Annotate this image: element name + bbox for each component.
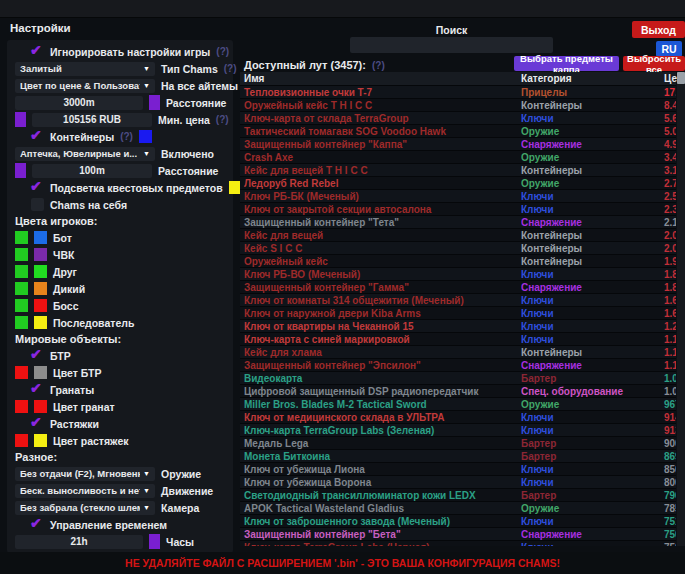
loot-distance-color-swatch[interactable]	[149, 95, 160, 110]
table-row[interactable]: Crash AxeОружие3.40kk	[240, 151, 676, 164]
select-kappa-items-button[interactable]: Выбрать предметы каппа	[514, 56, 619, 71]
btr-color-swatch[interactable]	[34, 366, 47, 379]
item-price: 1.00kk	[664, 386, 676, 397]
table-row[interactable]: Кейс для вещейКонтейнеры2.08kk	[240, 229, 676, 242]
tripwire-color-swatch[interactable]	[34, 434, 47, 447]
player-color-label: Дикий	[53, 283, 85, 295]
player-visible-color-swatch[interactable]	[15, 316, 28, 329]
containers-filter-dropdown[interactable]: Аптечка, Ювелирные и... ▼	[15, 147, 155, 161]
table-row[interactable]: Ключ от квартиры на Чеканной 15Ключи1.29…	[240, 320, 676, 333]
help-icon[interactable]: (?)	[216, 114, 229, 125]
table-row[interactable]: Ключ от медицинского склада в УЛЬТРАКлюч…	[240, 411, 676, 424]
movement-dropdown[interactable]: Беск. выносливость и нет уста ▼	[15, 484, 155, 498]
weapon-dropdown[interactable]: Без отдачи (F2), Мгновенное п ▼	[15, 467, 155, 481]
player-visible-color-swatch[interactable]	[15, 248, 28, 261]
grenade-visible-color-swatch[interactable]	[15, 400, 28, 413]
quest-highlight-checkbox[interactable]	[31, 181, 44, 194]
table-row[interactable]: Цифровой защищенный DSP радиопередатчикС…	[240, 385, 676, 398]
table-row[interactable]: Ключ от убежища ВоронаКлючи800.0k	[240, 476, 676, 489]
btr-visible-color-swatch[interactable]	[15, 366, 28, 379]
player-color-swatch[interactable]	[34, 316, 47, 329]
hours-input[interactable]	[15, 535, 143, 549]
table-row[interactable]: Тактический томагавк SOG Voodoo HawkОруж…	[240, 125, 676, 138]
table-row[interactable]: Защищенный контейнер "Тета"Снаряжение2.1…	[240, 216, 676, 229]
search-input[interactable]	[350, 37, 553, 53]
table-row[interactable]: Ключ-карта от склада TerraGroupКлючи5.63…	[240, 112, 676, 125]
table-row[interactable]: Ключ-карта с синей маркировкойКлючи1.17k…	[240, 333, 676, 346]
table-row[interactable]: Кейс для вещей T H I C CКонтейнеры3.10kk	[240, 164, 676, 177]
btr-checkbox[interactable]	[31, 349, 44, 362]
chams-self-checkbox[interactable]	[31, 198, 44, 211]
help-icon[interactable]: (?)	[216, 46, 229, 57]
tripwires-checkbox[interactable]	[31, 417, 44, 430]
item-price: 869.6k	[664, 451, 676, 462]
table-row[interactable]: Ключ от заброшенного завода (Меченый)Клю…	[240, 515, 676, 528]
column-name[interactable]: Имя	[240, 73, 521, 84]
table-row[interactable]: Ключ РБ-БК (Меченый)Ключи2.58kk	[240, 190, 676, 203]
containers-color-swatch[interactable]	[139, 130, 152, 143]
player-color-swatch[interactable]	[34, 282, 47, 295]
column-category[interactable]: Категория	[521, 73, 664, 84]
item-name: Ключ РБ-БК (Меченый)	[240, 191, 521, 202]
player-visible-color-swatch[interactable]	[15, 299, 28, 312]
table-row[interactable]: Ледоруб Red RebelОружие2.75kk	[240, 177, 676, 190]
min-price-input[interactable]	[32, 113, 152, 127]
table-row[interactable]: APOK Tactical Wasteland GladiusОружие785…	[240, 502, 676, 515]
player-visible-color-swatch[interactable]	[15, 282, 28, 295]
camera-label: Камера	[161, 502, 199, 514]
movement-row: Беск. выносливость и нет уста ▼ Движение	[7, 482, 233, 499]
time-control-checkbox[interactable]	[31, 518, 44, 531]
item-price: 1.17kk	[664, 334, 676, 345]
item-category: Ключи	[521, 295, 664, 306]
table-row[interactable]: Ключ-карта TerraGroup Labs (Зеленая)Ключ…	[240, 424, 676, 437]
table-row[interactable]: Защищенный контейнер "Каппа"Снаряжение4.…	[240, 138, 676, 151]
hours-color-swatch[interactable]	[149, 534, 160, 549]
table-row[interactable]: Защищенный контейнер "Эпсилон"Снаряжение…	[240, 359, 676, 372]
grenades-row: Гранаты	[7, 381, 233, 398]
help-icon[interactable]: (?)	[224, 63, 237, 74]
grenade-color-swatch[interactable]	[34, 400, 47, 413]
ignore-game-settings-checkbox[interactable]	[31, 45, 44, 58]
table-row[interactable]: Медаль LegaБартер900.0k	[240, 437, 676, 450]
table-row[interactable]: Ключ от убежища ЛионаКлючи850.0k	[240, 463, 676, 476]
table-row[interactable]: ВидеокартаБартер1.06kk	[240, 372, 676, 385]
tripwire-visible-color-swatch[interactable]	[15, 434, 28, 447]
discard-all-button[interactable]: Выбросить все	[623, 56, 685, 71]
table-row[interactable]: Тепловизионные очки T-7Прицелы17.33kk	[240, 86, 676, 99]
grenades-checkbox[interactable]	[31, 383, 44, 396]
scrollbar-thumb[interactable]	[677, 72, 685, 84]
item-category: Бартер	[521, 451, 664, 462]
table-row[interactable]: Защищенный контейнер "Гамма"Снаряжение1.…	[240, 281, 676, 294]
table-row[interactable]: Ключ от закрытой секции автосалонаКлючи2…	[240, 203, 676, 216]
table-row[interactable]: Защищенный контейнер "Бета"Снаряжение750…	[240, 528, 676, 541]
table-row[interactable]: Светодиодный трансиллюминатор кожи LEDXБ…	[240, 489, 676, 502]
table-row[interactable]: Монета БиткоинаБартер869.6k	[240, 450, 676, 463]
table-row[interactable]: Оружейный кейсКонтейнеры1.95kk	[240, 255, 676, 268]
table-row[interactable]: Miller Bros. Blades M-2 Tactical SwordОр…	[240, 398, 676, 411]
containers-distance-input[interactable]	[32, 164, 152, 178]
player-color-swatch[interactable]	[34, 231, 47, 244]
chams-type-dropdown[interactable]: Залитый ▼	[15, 62, 155, 76]
help-icon[interactable]: (?)	[120, 131, 133, 142]
table-row[interactable]: Кейс S I C CКонтейнеры2.05kk	[240, 242, 676, 255]
table-row[interactable]: Оружейный кейс T H I C CКонтейнеры8.48kk	[240, 99, 676, 112]
player-color-swatch[interactable]	[34, 265, 47, 278]
table-row[interactable]: Ключ РБ-ВО (Меченый)Ключи1.85kk	[240, 268, 676, 281]
player-color-swatch[interactable]	[34, 299, 47, 312]
min-price-color-swatch[interactable]	[15, 112, 26, 127]
apply-mode-dropdown[interactable]: Цвет по цене & Пользователь ▼	[15, 79, 155, 93]
loot-distance-input[interactable]	[15, 96, 143, 110]
player-color-swatch[interactable]	[34, 248, 47, 261]
table-row[interactable]: Ключ-карта TerraGroup Labs (Черная)Ключи…	[240, 541, 676, 546]
table-row[interactable]: Ключ от комнаты 314 общежития (Меченый)К…	[240, 294, 676, 307]
table-row[interactable]: Ключ от наружной двери Kiba ArmsКлючи1.6…	[240, 307, 676, 320]
camera-dropdown[interactable]: Без забрала (стекло шлема) ▼	[15, 501, 155, 515]
containers-checkbox[interactable]	[31, 130, 44, 143]
exit-button[interactable]: Выход	[632, 21, 685, 38]
help-icon[interactable]: (?)	[372, 60, 385, 71]
containers-distance-color-swatch[interactable]	[15, 163, 26, 178]
table-row[interactable]: Кейс для хламаКонтейнеры1.11kk	[240, 346, 676, 359]
player-visible-color-swatch[interactable]	[15, 231, 28, 244]
scrollbar-track[interactable]	[677, 72, 685, 546]
player-visible-color-swatch[interactable]	[15, 265, 28, 278]
